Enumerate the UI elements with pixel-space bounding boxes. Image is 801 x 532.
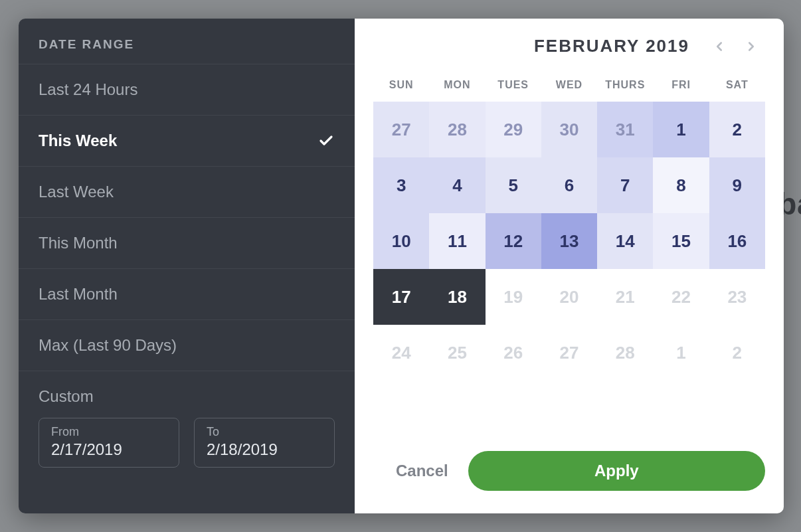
- calendar-panel: FEBRUARY 2019 SUNMONTUESWEDTHURSFRISAT 2…: [355, 19, 784, 513]
- dow-label: WED: [541, 79, 597, 91]
- next-month-button[interactable]: [741, 37, 761, 56]
- dow-label: MON: [429, 79, 485, 91]
- calendar-day[interactable]: 18: [429, 269, 485, 325]
- calendar-day[interactable]: 7: [597, 157, 653, 213]
- calendar-day[interactable]: 10: [373, 213, 429, 269]
- range-item[interactable]: Max (Last 90 Days): [19, 320, 355, 371]
- range-item-label: This Week: [39, 132, 117, 150]
- calendar-day[interactable]: 12: [486, 213, 541, 269]
- calendar-day: 26: [486, 325, 541, 381]
- range-item[interactable]: This Week: [19, 116, 355, 167]
- range-item-label: Last Week: [39, 183, 114, 201]
- calendar-day[interactable]: 27: [373, 102, 429, 157]
- calendar-day[interactable]: 2: [709, 102, 765, 157]
- calendar-day[interactable]: 5: [486, 157, 541, 213]
- calendar-day[interactable]: 8: [653, 157, 709, 213]
- calendar-day[interactable]: 16: [709, 213, 765, 269]
- range-item[interactable]: Last 24 Hours: [19, 64, 355, 116]
- calendar-grid: 2728293031123456789101112131415161718192…: [373, 102, 765, 381]
- calendar-footer: Cancel Apply: [373, 444, 765, 495]
- range-item[interactable]: This Month: [19, 218, 355, 269]
- calendar-day: 24: [373, 325, 429, 381]
- range-item[interactable]: Last Month: [19, 269, 355, 320]
- custom-range-inputs: From 2/17/2019 To 2/18/2019: [19, 412, 355, 484]
- calendar-day[interactable]: 14: [597, 213, 653, 269]
- range-item-label: Last Month: [39, 285, 118, 304]
- calendar-day: 21: [597, 269, 653, 325]
- range-item-label: Last 24 Hours: [39, 80, 137, 99]
- date-range-header: DATE RANGE: [19, 19, 355, 64]
- calendar-day: 23: [709, 269, 765, 325]
- dow-label: THURS: [597, 79, 653, 91]
- date-range-sidebar: DATE RANGE Last 24 HoursThis WeekLast We…: [19, 19, 355, 513]
- from-date-value: 2/17/2019: [51, 440, 167, 459]
- calendar-day[interactable]: 31: [597, 102, 653, 157]
- day-of-week-row: SUNMONTUESWEDTHURSFRISAT: [373, 79, 765, 91]
- calendar-day: 28: [597, 325, 653, 381]
- calendar-day[interactable]: 1: [653, 102, 709, 157]
- calendar-day: 19: [486, 269, 541, 325]
- range-item-label: This Month: [39, 234, 118, 252]
- calendar-day: 2: [709, 325, 765, 381]
- chevron-left-icon: [712, 39, 727, 54]
- to-date-value: 2/18/2019: [207, 440, 322, 459]
- calendar-day: 1: [653, 325, 709, 381]
- from-date-field[interactable]: From 2/17/2019: [39, 418, 179, 468]
- calendar-day: 22: [653, 269, 709, 325]
- calendar-month-title: FEBRUARY 2019: [534, 36, 689, 56]
- calendar-day[interactable]: 29: [486, 102, 541, 157]
- to-date-field[interactable]: To 2/18/2019: [194, 418, 335, 468]
- calendar-day[interactable]: 30: [541, 102, 597, 157]
- calendar-day[interactable]: 6: [541, 157, 597, 213]
- calendar-day: 27: [541, 325, 597, 381]
- calendar-day[interactable]: 9: [709, 157, 765, 213]
- apply-button[interactable]: Apply: [468, 451, 765, 491]
- calendar-day[interactable]: 3: [373, 157, 429, 213]
- range-item-label: Max (Last 90 Days): [39, 336, 177, 355]
- calendar-day[interactable]: 4: [429, 157, 485, 213]
- custom-range-label: Custom: [19, 371, 355, 412]
- dow-label: FRI: [653, 79, 709, 91]
- calendar-day[interactable]: 28: [429, 102, 485, 157]
- from-date-label: From: [51, 425, 167, 439]
- dow-label: TUES: [486, 79, 541, 91]
- dow-label: SUN: [373, 79, 429, 91]
- calendar-header: FEBRUARY 2019: [373, 36, 765, 56]
- prev-month-button[interactable]: [709, 37, 729, 56]
- date-range-list: Last 24 HoursThis WeekLast WeekThis Mont…: [19, 64, 355, 371]
- date-range-modal: DATE RANGE Last 24 HoursThis WeekLast We…: [19, 19, 784, 513]
- dow-label: SAT: [709, 79, 765, 91]
- calendar-day: 20: [541, 269, 597, 325]
- to-date-label: To: [207, 425, 322, 439]
- cancel-button[interactable]: Cancel: [389, 454, 455, 488]
- calendar-day[interactable]: 13: [541, 213, 597, 269]
- calendar-day[interactable]: 17: [373, 269, 429, 325]
- chevron-right-icon: [744, 39, 758, 54]
- calendar-day[interactable]: 11: [429, 213, 485, 269]
- check-icon: [317, 132, 335, 149]
- calendar-day: 25: [429, 325, 485, 381]
- range-item[interactable]: Last Week: [19, 167, 355, 218]
- calendar-day[interactable]: 15: [653, 213, 709, 269]
